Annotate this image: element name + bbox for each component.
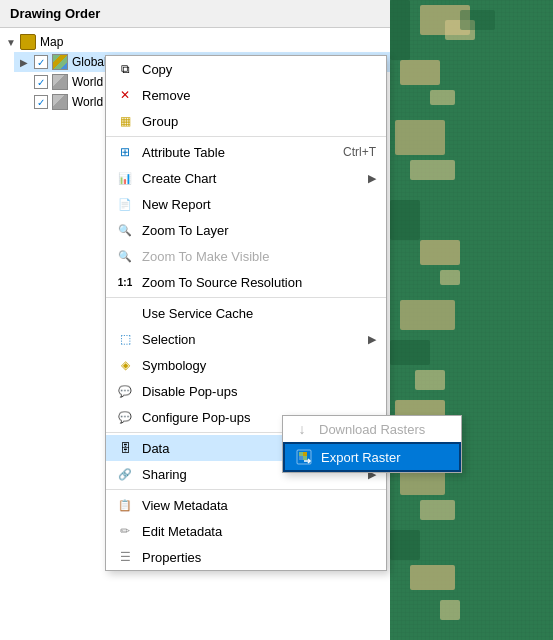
separator-2 [106, 297, 386, 298]
layer-checkbox-topo[interactable]: ✓ [34, 75, 48, 89]
zoom-visible-icon [116, 247, 134, 265]
group-label: Group [142, 114, 376, 129]
menu-item-attribute-table[interactable]: Attribute Table Ctrl+T [106, 139, 386, 165]
separator-1 [106, 136, 386, 137]
disable-popup-icon [116, 382, 134, 400]
table-icon [116, 143, 134, 161]
remove-label: Remove [142, 88, 376, 103]
context-menu: Copy Remove Group Attribute Table Ctrl+T… [105, 55, 387, 571]
symbology-label: Symbology [142, 358, 376, 373]
zoom-src-icon [116, 273, 134, 291]
layer-checkbox-hills[interactable]: ✓ [34, 95, 48, 109]
separator-4 [106, 489, 386, 490]
menu-item-selection[interactable]: Selection ▶ [106, 326, 386, 352]
view-metadata-label: View Metadata [142, 498, 376, 513]
remove-icon [116, 86, 134, 104]
export-raster-label: Export Raster [321, 450, 449, 465]
menu-item-view-metadata[interactable]: View Metadata [106, 492, 386, 518]
service-cache-icon [116, 304, 134, 322]
menu-item-edit-metadata[interactable]: Edit Metadata [106, 518, 386, 544]
left-panel: Drawing Order ▼ Map ▶ ✓ Global Land Cove… [0, 0, 390, 640]
menu-item-disable-popups[interactable]: Disable Pop-ups [106, 378, 386, 404]
tile-layer-icon-hills [52, 94, 68, 110]
data-icon [116, 439, 134, 457]
submenu-item-download-rasters: Download Rasters [283, 416, 461, 442]
menu-item-group[interactable]: Group [106, 108, 386, 134]
report-icon [116, 195, 134, 213]
menu-item-zoom-to-visible: Zoom To Make Visible [106, 243, 386, 269]
chart-icon [116, 169, 134, 187]
group-icon [116, 112, 134, 130]
zoom-to-source-label: Zoom To Source Resolution [142, 275, 376, 290]
new-report-label: New Report [142, 197, 376, 212]
svg-rect-4 [303, 456, 307, 460]
selection-label: Selection [142, 332, 360, 347]
panel-header: Drawing Order [0, 0, 390, 28]
tree-item-map[interactable]: ▼ Map [0, 32, 390, 52]
selection-arrow: ▶ [368, 333, 376, 346]
submenu-item-export-raster[interactable]: Export Raster [283, 442, 461, 472]
edit-metadata-label: Edit Metadata [142, 524, 376, 539]
menu-item-new-report[interactable]: New Report [106, 191, 386, 217]
layer-checkbox-land[interactable]: ✓ [34, 55, 48, 69]
copy-icon [116, 60, 134, 78]
symbology-icon [116, 356, 134, 374]
menu-item-create-chart[interactable]: Create Chart ▶ [106, 165, 386, 191]
svg-rect-1 [299, 452, 303, 456]
zoom-to-visible-label: Zoom To Make Visible [142, 249, 376, 264]
menu-item-remove[interactable]: Remove [106, 82, 386, 108]
expand-arrow-land: ▶ [20, 57, 30, 68]
sharing-icon [116, 465, 134, 483]
properties-icon [116, 548, 134, 566]
properties-label: Properties [142, 550, 376, 565]
selection-icon [116, 330, 134, 348]
zoom-icon [116, 221, 134, 239]
map-panel [390, 0, 553, 640]
download-rasters-icon [293, 420, 311, 438]
menu-item-symbology[interactable]: Symbology [106, 352, 386, 378]
edit-metadata-icon [116, 522, 134, 540]
zoom-to-layer-label: Zoom To Layer [142, 223, 376, 238]
menu-item-zoom-to-layer[interactable]: Zoom To Layer [106, 217, 386, 243]
map-background [390, 0, 553, 640]
configure-popup-icon [116, 408, 134, 426]
download-rasters-label: Download Rasters [319, 422, 451, 437]
attribute-table-shortcut: Ctrl+T [343, 145, 376, 159]
menu-item-copy[interactable]: Copy [106, 56, 386, 82]
export-raster-icon [295, 448, 313, 466]
menu-item-zoom-to-source[interactable]: Zoom To Source Resolution [106, 269, 386, 295]
svg-rect-2 [303, 452, 307, 456]
attribute-table-label: Attribute Table [142, 145, 335, 160]
service-cache-label: Use Service Cache [142, 306, 376, 321]
map-folder-icon [20, 34, 36, 50]
create-chart-label: Create Chart [142, 171, 360, 186]
menu-item-properties[interactable]: Properties [106, 544, 386, 570]
copy-label: Copy [142, 62, 376, 77]
svg-rect-3 [299, 456, 303, 460]
raster-layer-icon [52, 54, 68, 70]
map-label: Map [40, 35, 63, 49]
tile-layer-icon-topo [52, 74, 68, 90]
menu-item-service-cache[interactable]: Use Service Cache [106, 300, 386, 326]
create-chart-arrow: ▶ [368, 172, 376, 185]
expand-arrow: ▼ [6, 37, 16, 48]
panel-title: Drawing Order [10, 6, 100, 21]
view-metadata-icon [116, 496, 134, 514]
data-submenu: Download Rasters Export Raster [282, 415, 462, 473]
disable-popups-label: Disable Pop-ups [142, 384, 376, 399]
